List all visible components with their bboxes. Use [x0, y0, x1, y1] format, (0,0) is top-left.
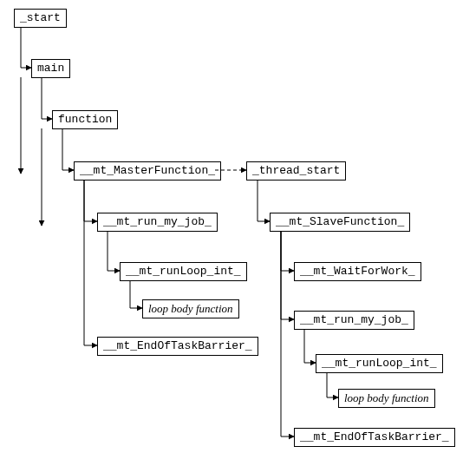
- node-end-barrier-right: __mt_EndOfTaskBarrier_: [294, 428, 455, 447]
- edge-runloop-to-loopbody-right: [327, 372, 338, 397]
- edge-threadstart-to-slave: [258, 180, 270, 221]
- node-loop-body-right: loop body function: [338, 389, 435, 408]
- edge-slave-to-runjob-right: [281, 231, 294, 319]
- edge-runloop-to-loopbody-left: [130, 280, 142, 308]
- edge-runjob-to-runloop-right: [304, 329, 316, 363]
- node-loop-body-left: loop body function: [142, 299, 239, 318]
- edge-slave-to-wait: [281, 231, 294, 271]
- edge-start-to-main: [21, 27, 31, 68]
- node-run-my-job-left: __mt_run_my_job_: [97, 213, 218, 232]
- node-start: _start: [14, 9, 67, 28]
- edge-main-to-function: [42, 77, 52, 119]
- node-function: function: [52, 110, 118, 129]
- node-runloop-right: __mt_runLoop_int_: [316, 354, 443, 373]
- edge-master-to-endbarrier-left: [84, 180, 97, 345]
- edge-slave-to-endbarrier-right: [281, 231, 294, 437]
- node-slave-function: __mt_SlaveFunction_: [270, 213, 410, 232]
- edge-master-to-runjob-left: [84, 180, 97, 221]
- node-thread-start: _thread_start: [246, 161, 346, 181]
- node-wait-for-work: __mt_WaitForWork_: [294, 262, 421, 281]
- node-master-function: __mt_MasterFunction_: [74, 161, 221, 181]
- node-end-barrier-left: __mt_EndOfTaskBarrier_: [97, 337, 258, 356]
- node-runloop-left: __mt_runLoop_int_: [120, 262, 247, 281]
- node-main: main: [31, 59, 70, 78]
- edge-function-to-master: [62, 128, 74, 170]
- edge-runjob-to-runloop-left: [108, 231, 120, 271]
- node-run-my-job-right: __mt_run_my_job_: [294, 311, 414, 330]
